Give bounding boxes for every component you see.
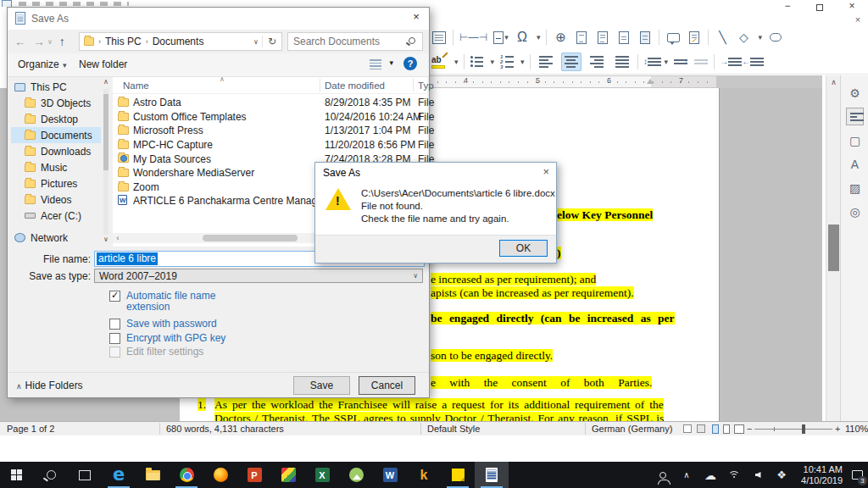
multi-page-view-icon[interactable]: [723, 424, 730, 434]
wifi-button[interactable]: [722, 462, 746, 488]
close-button[interactable]: ×: [836, 0, 868, 14]
sidebar-settings-icon[interactable]: ⚙: [846, 84, 864, 102]
taskbar-libreoffice-writer[interactable]: [475, 462, 509, 488]
paragraph-spacing-decrease-icon[interactable]: ↓: [693, 53, 709, 70]
view-dropdown-icon[interactable]: ▾: [389, 58, 393, 67]
new-folder-button[interactable]: New folder: [79, 58, 127, 70]
breadcrumb-dropdown-icon[interactable]: ∨: [250, 38, 262, 46]
insert-line-icon[interactable]: ╲: [715, 29, 730, 46]
start-button[interactable]: [0, 462, 34, 488]
taskbar-excel[interactable]: X: [305, 462, 339, 488]
organize-button[interactable]: Organize ▾: [18, 58, 67, 70]
scroll-up-icon[interactable]: ∧: [826, 75, 841, 89]
change-view-icon[interactable]: [370, 59, 381, 69]
dialog-close-button[interactable]: ×: [403, 8, 429, 26]
people-button[interactable]: [651, 462, 675, 488]
breadcrumb-documents[interactable]: Documents: [153, 36, 204, 47]
sidebar-item-videos[interactable]: Videos: [11, 191, 101, 208]
refresh-icon[interactable]: ↻: [262, 36, 281, 47]
checkbox-automatic-extension[interactable]: Automatic file nameextension: [109, 291, 215, 313]
action-center-button[interactable]: 3: [846, 462, 868, 488]
checkbox-icon[interactable]: [109, 319, 120, 330]
selection-mode-icon[interactable]: [683, 424, 692, 433]
special-character-icon[interactable]: Ω: [515, 29, 530, 46]
file-row[interactable]: Custom Office Templates10/24/2016 10:24 …: [113, 110, 427, 125]
scrollbar-thumb[interactable]: [103, 94, 108, 170]
sidebar-item-documents[interactable]: Documents: [11, 127, 101, 143]
hyperlink-icon[interactable]: ⊕: [553, 29, 568, 46]
horizontal-ruler[interactable]: 4 5 6 7: [428, 75, 822, 88]
taskbar-file-explorer[interactable]: [136, 462, 170, 488]
file-row[interactable]: Astro Data8/29/2018 4:35 PMFile: [113, 96, 427, 110]
taskbar-edge[interactable]: e: [102, 462, 136, 488]
page-break-icon[interactable]: ▾: [493, 29, 509, 46]
volume-button[interactable]: [746, 462, 770, 488]
save-as-type-combo[interactable]: Word 2007–2019 ∨: [94, 269, 423, 283]
minimize-button[interactable]: −: [771, 0, 804, 14]
dropbox-icon[interactable]: ❖: [770, 462, 793, 488]
back-icon[interactable]: ←: [14, 35, 26, 48]
book-view-icon[interactable]: [734, 424, 744, 434]
highlight-color-icon[interactable]: ab: [431, 54, 448, 69]
taskbar-chrome[interactable]: [170, 462, 203, 488]
taskbar-kingsoft[interactable]: k: [407, 462, 441, 488]
search-box[interactable]: [287, 32, 423, 51]
taskbar-powerpoint[interactable]: P: [237, 462, 271, 488]
zoom-level[interactable]: 110%: [845, 424, 868, 434]
taskbar-firefox[interactable]: [203, 462, 237, 488]
zoom-in-icon[interactable]: +: [835, 424, 840, 434]
document-vertical-scrollbar[interactable]: ∧ ∨: [826, 75, 840, 435]
increase-indent-icon[interactable]: →: [720, 53, 737, 70]
zoom-out-icon[interactable]: −: [747, 424, 752, 434]
text-frame-icon[interactable]: [431, 29, 447, 46]
taskbar-clock[interactable]: 10:41 AM4/10/2019: [793, 464, 846, 486]
recent-locations-icon[interactable]: ∨: [47, 38, 53, 46]
zoom-slider-thumb[interactable]: [802, 424, 805, 434]
chevron-up-icon[interactable]: ∧: [101, 77, 111, 87]
save-status-icon[interactable]: [697, 424, 705, 433]
callout-shapes-icon[interactable]: [768, 29, 783, 46]
column-type[interactable]: Typ: [418, 80, 434, 91]
properties-deck-icon[interactable]: [846, 108, 864, 125]
page-style[interactable]: Default Style: [427, 424, 480, 434]
column-date-modified[interactable]: Date modified: [325, 80, 385, 91]
sidebar-item-downloads[interactable]: Downloads: [11, 143, 101, 159]
file-row[interactable]: Microsoft Press1/13/2017 1:04 PMFile: [113, 124, 427, 138]
cross-reference-icon[interactable]: [616, 29, 632, 46]
taskbar-photo-app[interactable]: [339, 462, 373, 488]
taskbar-sticky-notes[interactable]: [441, 462, 475, 488]
line-spacing-icon[interactable]: ↕: [643, 53, 659, 70]
hidden-icons-button[interactable]: ∧: [675, 462, 698, 488]
chevron-left-icon[interactable]: ‹: [113, 233, 123, 243]
taskbar-coreldraw[interactable]: [271, 462, 305, 488]
scrollbar-thumb[interactable]: [203, 235, 298, 241]
sidebar-scrollbar[interactable]: ∧ ∨: [101, 77, 111, 247]
decrease-indent-icon[interactable]: ←: [742, 53, 759, 70]
up-icon[interactable]: ↑: [59, 35, 65, 48]
sidebar-item-music[interactable]: Music: [11, 159, 101, 175]
page-deck-icon[interactable]: ▢: [846, 131, 864, 149]
sidebar-item-acer-c[interactable]: Acer (C:): [11, 208, 101, 224]
help-icon[interactable]: ?: [403, 57, 417, 70]
ok-button[interactable]: OK: [499, 240, 548, 257]
breadcrumb[interactable]: › This PC › Documents ∨ ↻: [79, 32, 282, 51]
taskbar-search-button[interactable]: [34, 462, 68, 488]
justify-button[interactable]: [612, 53, 632, 71]
document-close-button[interactable]: ×: [851, 15, 865, 25]
search-input[interactable]: [293, 34, 403, 49]
column-name[interactable]: Name: [123, 80, 149, 91]
align-right-button[interactable]: [587, 53, 607, 71]
file-row[interactable]: MPC-HC Capture11/20/2018 6:56 PMFile: [113, 138, 427, 152]
sidebar-item-3d-objects[interactable]: 3D Objects: [11, 95, 101, 111]
forward-icon[interactable]: →: [33, 35, 45, 48]
checkbox-checked-icon[interactable]: [109, 291, 120, 302]
page-count[interactable]: Page 1 of 2: [7, 424, 54, 434]
word-count[interactable]: 680 words, 4,131 characters: [166, 424, 284, 434]
navigator-deck-icon[interactable]: ◎: [846, 202, 864, 220]
numbered-list-icon[interactable]: 123: [499, 53, 515, 70]
sidebar-item-pictures[interactable]: Pictures: [11, 175, 101, 191]
align-left-button[interactable]: [536, 53, 556, 71]
search-icon[interactable]: [409, 37, 415, 44]
sidebar-item-this-pc[interactable]: This PC: [11, 79, 101, 95]
restore-button[interactable]: [804, 0, 836, 14]
